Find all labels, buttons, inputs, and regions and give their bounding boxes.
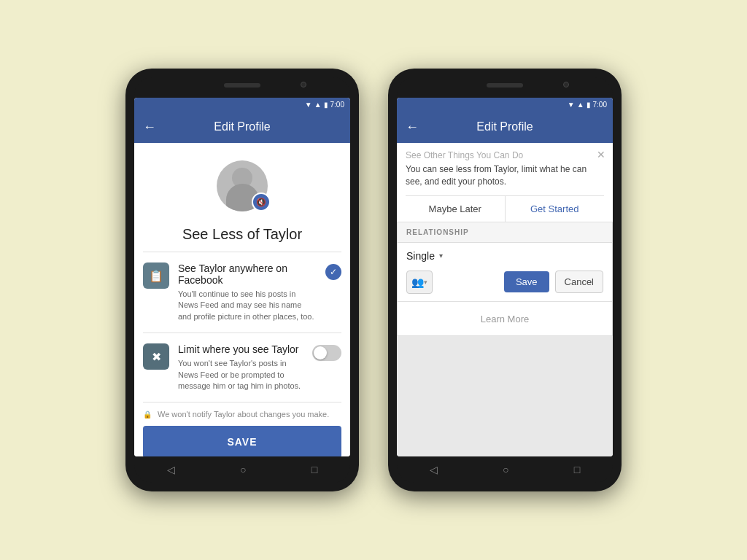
phone-2-status-icons: ▼ ▲ ▮ 7:00 xyxy=(568,101,607,109)
option-2-icon: ✖ xyxy=(143,343,169,370)
toggle-off xyxy=(312,345,341,361)
relationship-body: Single ▾ 👥 ▾ Save Cancel xyxy=(398,243,612,301)
time-label-2: 7:00 xyxy=(593,101,607,109)
checkmark-icon: ✓ xyxy=(325,264,341,280)
option-1-icon: 📋 xyxy=(143,262,169,289)
recents-nav-button-2[interactable]: □ xyxy=(574,464,580,475)
people-group-icon: 👥 xyxy=(411,276,424,288)
relationship-header: RELATIONSHIP xyxy=(398,222,612,243)
phone-2-top xyxy=(397,77,613,98)
phone-1-back-button[interactable]: ← xyxy=(143,120,156,135)
eye-icon: 📋 xyxy=(149,269,163,283)
phone-2-status-bar: ▼ ▲ ▮ 7:00 xyxy=(397,98,613,111)
phone-2-nav-title: Edit Profile xyxy=(419,120,591,133)
phone-2-nav: ← Edit Profile xyxy=(397,111,613,143)
back-nav-button[interactable]: ◁ xyxy=(167,464,175,475)
notification-row: 🔒 We won't notify Taylor about changes y… xyxy=(134,402,350,426)
back-nav-button-2[interactable]: ◁ xyxy=(430,464,438,475)
phone-1-top xyxy=(134,77,350,98)
wifi-icon: ▼ xyxy=(305,101,312,109)
get-started-button[interactable]: Get Started xyxy=(506,196,605,222)
signal-icon-2: ▲ xyxy=(577,101,584,109)
block-icon: ✖ xyxy=(152,350,161,364)
people-dropdown-arrow: ▾ xyxy=(424,279,427,286)
phone-2-speaker xyxy=(487,83,523,88)
phone-1-screen: ▼ ▲ ▮ 7:00 ← Edit Profile xyxy=(134,98,350,456)
wifi-icon-2: ▼ xyxy=(568,101,575,109)
tooltip-actions: Maybe Later Get Started xyxy=(406,195,604,222)
option-row-1[interactable]: 📋 See Taylor anywhere on Facebook You'll… xyxy=(134,252,350,332)
option-2-desc: You won't see Taylor's posts in News Fee… xyxy=(178,358,303,392)
relationship-value: Single ▾ xyxy=(406,250,603,262)
option-1-desc: You'll continue to see his posts in News… xyxy=(178,289,317,322)
profile-avatar-section: 🔇 xyxy=(134,143,350,220)
tooltip-title: See Other Things You Can Do xyxy=(406,150,604,160)
chevron-down-icon: ▾ xyxy=(439,252,443,260)
phone-2-bottom-nav: ◁ ○ □ xyxy=(397,456,613,483)
mute-icon: 🔇 xyxy=(256,198,266,207)
phone-1-nav: ← Edit Profile xyxy=(134,111,350,143)
home-nav-button-2[interactable]: ○ xyxy=(503,464,508,475)
option-1-text: See Taylor anywhere on Facebook You'll c… xyxy=(178,262,317,322)
people-icon[interactable]: 👥 ▾ xyxy=(406,271,433,294)
home-nav-button[interactable]: ○ xyxy=(240,464,246,475)
tooltip-banner: See Other Things You Can Do You can see … xyxy=(397,143,613,222)
relationship-cancel-button[interactable]: Cancel xyxy=(555,271,603,293)
gray-background xyxy=(397,336,613,456)
option-2-text: Limit where you see Taylor You won't see… xyxy=(178,343,303,392)
signal-icon: ▲ xyxy=(314,101,322,109)
close-icon[interactable]: ✕ xyxy=(597,149,605,160)
relationship-row: 👥 ▾ Save Cancel xyxy=(406,271,603,294)
phone-1-nav-title: Edit Profile xyxy=(156,120,328,133)
phone-1-status-icons: ▼ ▲ ▮ 7:00 xyxy=(305,101,344,109)
phone-2-screen: ▼ ▲ ▮ 7:00 ← Edit Profile See Other Thin… xyxy=(397,98,613,456)
phones-container: ▼ ▲ ▮ 7:00 ← Edit Profile xyxy=(125,69,622,491)
option-2-toggle[interactable] xyxy=(312,345,341,361)
learn-more-button[interactable]: Learn More xyxy=(481,314,529,324)
battery-icon: ▮ xyxy=(324,101,328,109)
mute-badge: 🔇 xyxy=(252,192,271,211)
maybe-later-button[interactable]: Maybe Later xyxy=(406,196,506,222)
save-button[interactable]: SAVE xyxy=(143,426,341,456)
notification-text: We won't notify Taylor about changes you… xyxy=(158,410,329,419)
option-2-label: Limit where you see Taylor xyxy=(178,343,303,355)
phone-1-camera xyxy=(301,82,306,88)
option-1-label: See Taylor anywhere on Facebook xyxy=(178,262,317,286)
tooltip-text: You can see less from Taylor, limit what… xyxy=(406,163,604,188)
see-less-title: See Less of Taylor xyxy=(134,220,350,252)
relationship-section: RELATIONSHIP Single ▾ 👥 ▾ Save Cancel xyxy=(397,222,613,336)
relationship-save-button[interactable]: Save xyxy=(504,271,549,292)
phone-2: ▼ ▲ ▮ 7:00 ← Edit Profile See Other Thin… xyxy=(388,69,622,491)
lock-icon: 🔒 xyxy=(143,411,152,419)
phone-1-content: 🔇 See Less of Taylor 📋 See Taylor anywhe… xyxy=(134,143,350,456)
phone-2-back-button[interactable]: ← xyxy=(406,120,419,135)
time-label: 7:00 xyxy=(330,101,344,109)
phone-2-camera xyxy=(563,82,569,88)
recents-nav-button[interactable]: □ xyxy=(311,464,317,475)
option-row-2[interactable]: ✖ Limit where you see Taylor You won't s… xyxy=(134,333,350,402)
learn-more-section: Learn More xyxy=(398,301,612,335)
option-1-toggle[interactable]: ✓ xyxy=(325,264,341,280)
phone-1-bottom-nav: ◁ ○ □ xyxy=(134,456,350,483)
phone-1-speaker xyxy=(224,83,260,88)
phone-1-status-bar: ▼ ▲ ▮ 7:00 xyxy=(134,98,350,111)
battery-icon-2: ▮ xyxy=(587,101,591,109)
phone-1: ▼ ▲ ▮ 7:00 ← Edit Profile xyxy=(125,69,359,491)
relationship-status: Single xyxy=(406,250,435,262)
